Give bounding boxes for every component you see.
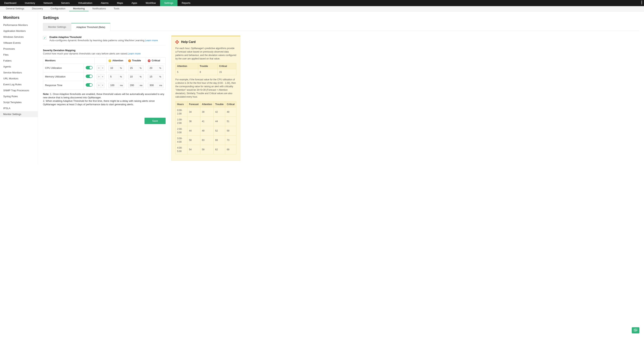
th-operator [94, 58, 106, 64]
help-card-title: Help Card [181, 40, 196, 44]
attention-input[interactable] [109, 66, 119, 70]
th-trouble: !Trouble [126, 58, 146, 64]
unit-label: % [119, 74, 123, 79]
unit-label: % [158, 66, 162, 70]
monitor-name: Memory Utilization [43, 72, 84, 81]
topnav-item[interactable]: Inventory [21, 0, 39, 6]
content-tabs: Monitor SettingsAdaptive Threshold (Beta… [43, 23, 639, 31]
hours-row: 4:00-5:0054596269 [176, 145, 236, 154]
severity-learn-more-link[interactable]: Learn more [128, 52, 140, 55]
monitor-row: Memory Utilization>▼%%% [43, 72, 166, 81]
subnav-item[interactable]: Discovery [28, 6, 47, 11]
enable-adaptive-title: Enable Adaptive Threshold [50, 36, 158, 38]
topnav-item[interactable]: Settings [160, 0, 178, 6]
sidebar-item[interactable]: Files [0, 52, 38, 58]
subnav-item[interactable]: Monitoring [69, 6, 88, 11]
help-card: Help Card For each hour, OpManager's pre… [171, 36, 240, 161]
topnav-item[interactable]: Dashboard [0, 0, 21, 6]
svg-point-1 [641, 2, 642, 3]
attention-input[interactable] [109, 84, 119, 87]
sidebar-item[interactable]: Performance Monitors [0, 22, 38, 28]
sidebar-item[interactable]: Agents [0, 64, 38, 70]
save-button[interactable]: Save [144, 118, 166, 124]
svg-point-0 [641, 1, 642, 2]
sidebar-item[interactable]: Windows Services [0, 34, 38, 40]
unit-label: ms [138, 83, 144, 88]
unit-label: % [119, 66, 123, 70]
monitor-toggle[interactable] [86, 66, 92, 70]
enable-adaptive-checkbox[interactable]: ✓ [43, 36, 46, 40]
severity-title: Severity Deviation Mapping [43, 49, 166, 52]
critical-input[interactable] [148, 75, 158, 78]
monitor-name: CPU Utilization [43, 64, 84, 72]
unit-label: % [138, 66, 143, 70]
topnav-item[interactable]: Workflow [142, 0, 160, 6]
sidebar-item[interactable]: URL Monitors [0, 76, 38, 82]
hours-row: 0:00-1:0034394249 [176, 107, 236, 117]
trouble-icon: ! [128, 60, 131, 62]
topnav-item[interactable]: Maps [113, 0, 127, 6]
unit-label: ms [158, 83, 163, 88]
topnav-item[interactable]: Reports [178, 0, 195, 6]
operator-dropdown[interactable]: >▼ [96, 66, 104, 71]
sidebar-item[interactable]: SNMP Trap Processors [0, 88, 38, 93]
chevron-down-icon: ▼ [101, 83, 104, 88]
sidebar-item[interactable]: Syslog Rules [0, 93, 38, 99]
trouble-input[interactable] [128, 84, 138, 87]
critical-input[interactable] [148, 66, 158, 70]
content-tab[interactable]: Adaptive Threshold (Beta) [71, 23, 110, 31]
enable-adaptive-desc: Auto-configures dynamic thresholds by le… [50, 39, 158, 42]
sidebar-item[interactable]: Service Monitors [0, 70, 38, 76]
th-attention: !Attention [106, 58, 126, 64]
th-critical: ✕Critical [146, 58, 166, 64]
unit-label: % [138, 74, 143, 79]
monitor-toggle[interactable] [86, 83, 92, 87]
subnav-item[interactable]: Tools [110, 6, 123, 11]
monitor-row: CPU Utilization>▼%%% [43, 64, 166, 72]
hours-row: 3:00-4:0058636673 [176, 136, 236, 145]
sidebar-item[interactable]: Processes [0, 46, 38, 52]
subnav-item[interactable]: Notifications [88, 6, 110, 11]
kebab-menu-icon[interactable] [641, 1, 642, 4]
severity-desc: Control how much your dynamic thresholds… [43, 52, 166, 55]
monitor-row: Response Time>▼msmsms [43, 81, 166, 90]
sidebar-item[interactable]: Script Templates [0, 99, 38, 105]
page-title: Settings [43, 15, 639, 20]
operator-dropdown[interactable]: >▼ [96, 74, 104, 79]
subnav-item[interactable]: General Settings [2, 6, 28, 11]
sidebar-item[interactable]: Monitor Settings [0, 111, 38, 117]
monitors-table: Monitors !Attention !Trouble ✕Critical C… [43, 57, 166, 90]
topnav-item[interactable]: Alarms [96, 0, 113, 6]
monitor-name: Response Time [43, 81, 84, 90]
attention-input[interactable] [109, 75, 119, 78]
lifebuoy-icon [176, 40, 179, 44]
help-para1: For each hour, OpManager's predictive al… [176, 46, 236, 60]
sidebar-item[interactable]: Event Log Rules [0, 82, 38, 88]
sidebar-item[interactable]: IPSLA [0, 105, 38, 111]
th-monitors: Monitors [43, 58, 95, 64]
trouble-input[interactable] [128, 66, 138, 70]
topnav-item[interactable]: Virtualization [74, 0, 96, 6]
critical-input[interactable] [148, 84, 158, 87]
chevron-down-icon: ▼ [101, 66, 104, 70]
trouble-input[interactable] [128, 75, 138, 78]
topnav-item[interactable]: Servers [57, 0, 74, 6]
hours-row: 2:00-3:0044495259 [176, 126, 236, 136]
enable-learn-more-link[interactable]: Learn more [145, 39, 158, 42]
operator-dropdown[interactable]: >▼ [96, 83, 104, 88]
subnav-item[interactable]: Configuration [47, 6, 69, 11]
monitor-toggle[interactable] [86, 74, 92, 78]
topnav-item[interactable]: Network [39, 0, 57, 6]
enable-adaptive-row: ✓ Enable Adaptive Threshold Auto-configu… [43, 36, 166, 46]
unit-label: % [158, 74, 162, 79]
help-hours-table: Hours Forecast Attention Trouble Critica… [176, 101, 236, 154]
svg-point-2 [641, 4, 642, 4]
sidebar-item[interactable]: Application Monitors [0, 28, 38, 34]
sidebar-item[interactable]: VMware Events [0, 40, 38, 46]
help-para2: For example, if the forecast value for t… [176, 78, 236, 98]
content: Settings Monitor SettingsAdaptive Thresh… [38, 12, 644, 164]
top-nav: DashboardInventoryNetworkServersVirtuali… [0, 0, 644, 6]
topnav-item[interactable]: Apps [127, 0, 142, 6]
content-tab[interactable]: Monitor Settings [43, 23, 71, 31]
sidebar-item[interactable]: Folders [0, 58, 38, 64]
